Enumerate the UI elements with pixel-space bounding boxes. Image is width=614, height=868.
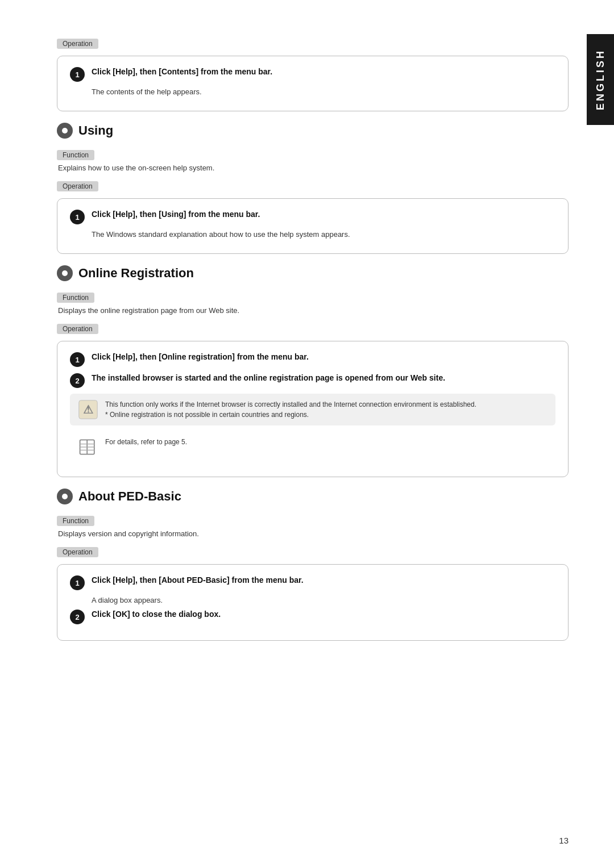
using-step-1-sub: The Windows standard explanation about h… [92,230,555,239]
online-header: Online Registration [57,265,569,281]
about-header: About PED-Basic [57,489,569,504]
about-operation-box: 1 Click [Help], then [About PED-Basic] f… [57,564,569,641]
side-tab: ENGLISH [587,34,614,125]
using-header: Using [57,123,569,139]
about-step-1-num: 1 [70,575,85,590]
online-step-1-text: Click [Help], then [Online registration]… [92,352,309,363]
about-step-2-num: 2 [70,610,85,624]
online-step-1-num: 1 [70,352,85,367]
top-operation-box: 1 Click [Help], then [Contents] from the… [57,56,569,111]
using-function-text: Explains how to use the on-screen help s… [58,164,569,172]
svg-text:!: ! [88,405,89,411]
about-icon [57,489,73,504]
about-step-1-text: Click [Help], then [About PED-Basic] fro… [92,575,304,586]
online-warn-note: ⚠ ! This function only works if the Inte… [70,394,555,425]
using-icon [57,123,73,139]
online-operation-box: 1 Click [Help], then [Online registratio… [57,341,569,477]
online-step-1-row: 1 Click [Help], then [Online registratio… [70,352,555,367]
using-operation-label: Operation [57,181,98,191]
top-step-sub: The contents of the help appears. [92,87,555,96]
online-function-label: Function [57,293,94,303]
using-step-1-text: Click [Help], then [Using] from the menu… [92,209,260,220]
online-operation-label: Operation [57,324,98,334]
online-step-2-row: 2 The installed browser is started and t… [70,373,555,388]
online-book-text: For details, refer to page 5. [105,437,187,447]
online-step-2-text: The installed browser is started and the… [92,373,445,384]
online-icon [57,265,73,281]
using-operation-box: 1 Click [Help], then [Using] from the me… [57,198,569,254]
using-step-1-row: 1 Click [Help], then [Using] from the me… [70,209,555,224]
online-section: Online Registration Function Displays th… [57,265,569,477]
about-step-1-sub: A dialog box appears. [92,596,555,604]
about-function-text: Displays version and copyright informati… [58,529,569,538]
top-step-row: 1 Click [Help], then [Contents] from the… [70,66,555,82]
online-warn-text: This function only works if the Internet… [105,399,476,420]
online-function-text: Displays the online registration page fr… [58,306,569,315]
about-operation-label: Operation [57,547,98,557]
page-container: ENGLISH Operation 1 Click [Help], then [… [0,0,614,868]
using-step-1-num: 1 [70,210,85,224]
about-section: About PED-Basic Function Displays versio… [57,489,569,641]
book-icon [78,437,98,457]
online-book-note: For details, refer to page 5. [70,431,555,463]
online-title: Online Registration [78,266,194,281]
page-number: 13 [559,836,569,845]
using-function-label: Function [57,150,94,160]
using-title: Using [78,123,113,138]
online-step-2-num: 2 [70,373,85,388]
about-step-2-row: 2 Click [OK] to close the dialog box. [70,609,555,624]
using-section: Using Function Explains how to use the o… [57,123,569,254]
about-step-1-row: 1 Click [Help], then [About PED-Basic] f… [70,575,555,590]
about-function-label: Function [57,516,94,526]
about-step-2-text: Click [OK] to close the dialog box. [92,609,221,620]
top-operation-label: Operation [57,39,98,49]
top-operation-block: Operation 1 Click [Help], then [Contents… [57,34,569,111]
warning-icon: ⚠ ! [78,399,98,420]
top-step-text: Click [Help], then [Contents] from the m… [92,66,272,78]
about-title: About PED-Basic [78,489,181,504]
top-step-num: 1 [70,67,85,82]
